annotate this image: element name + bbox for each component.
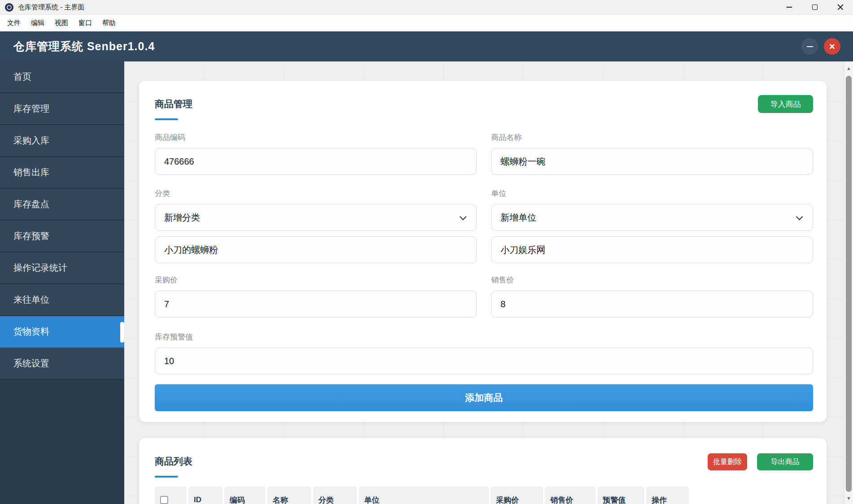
close-icon: [837, 4, 844, 10]
app-header-controls: ×: [801, 38, 840, 55]
product-code-label: 商品编码: [155, 133, 477, 142]
import-products-button[interactable]: 导入商品: [758, 95, 813, 113]
title-underline: [155, 476, 178, 478]
card-title-product-list: 商品列表: [155, 455, 192, 468]
sidebar: 首页 库存管理 采购入库 销售出库 库存盘点 库存预警 操作记录统计 来往单位 …: [0, 61, 124, 504]
add-product-button[interactable]: 添加商品: [155, 384, 813, 411]
header-cell-unit: 单位: [359, 487, 489, 504]
sidebar-item-home[interactable]: 首页: [0, 61, 124, 93]
field-category: 分类 新增分类: [155, 189, 477, 263]
purchase-price-label: 采购价: [155, 275, 477, 285]
header-cell-purchase-price: 采购价: [491, 487, 543, 504]
category-label: 分类: [155, 189, 477, 198]
header-cell-checkbox: [155, 487, 187, 504]
scroll-up-arrow-icon[interactable]: ▲: [844, 65, 853, 71]
scroll-down-arrow-icon[interactable]: ▼: [844, 495, 853, 501]
purchase-price-input[interactable]: [155, 291, 477, 317]
header-cell-code: 编码: [224, 487, 265, 504]
header-cell-id: ID: [188, 487, 222, 504]
category-custom-input[interactable]: [155, 236, 477, 263]
window-minimize-button[interactable]: [776, 0, 802, 14]
chevron-down-icon: [460, 213, 467, 221]
field-product-code: 商品编码: [155, 133, 477, 175]
menu-help[interactable]: 帮助: [100, 17, 118, 29]
app-minimize-button[interactable]: [801, 38, 818, 55]
stock-warning-label: 库存预警值: [155, 332, 813, 342]
product-name-label: 商品名称: [491, 133, 813, 142]
unit-label: 单位: [491, 189, 813, 198]
minimize-icon: [787, 7, 792, 8]
field-sale-price: 销售价: [491, 275, 813, 317]
product-list-card: 商品列表 批量删除 导出商品 ID 编码 名称 分类 单位 采购价 销售价 预警…: [139, 438, 827, 504]
header-cell-name: 名称: [267, 487, 311, 504]
unit-selected-value: 新增单位: [500, 212, 536, 224]
select-all-checkbox[interactable]: [160, 496, 168, 504]
batch-delete-button[interactable]: 批量删除: [708, 453, 747, 470]
sale-price-label: 销售价: [491, 275, 813, 285]
sidebar-item-inventory[interactable]: 库存管理: [0, 93, 124, 125]
sidebar-item-settings[interactable]: 系统设置: [0, 348, 124, 380]
sidebar-item-sales-out[interactable]: 销售出库: [0, 157, 124, 189]
product-code-input[interactable]: [155, 148, 477, 175]
header-cell-actions: 操作: [646, 487, 689, 504]
sidebar-item-goods-data[interactable]: 货物资料: [0, 316, 124, 348]
unit-select[interactable]: 新增单位: [491, 204, 813, 231]
maximize-icon: [812, 4, 818, 10]
window-close-button[interactable]: [827, 0, 853, 14]
window-title: 仓库管理系统 - 主界面: [18, 3, 84, 12]
app-window: 仓库管理系统 - 主界面 文件 编辑 视图 窗口 帮助 仓库管理系统 Senbe…: [0, 0, 853, 504]
product-table-header: ID 编码 名称 分类 单位 采购价 销售价 预警值 操作: [155, 487, 689, 504]
header-cell-category: 分类: [313, 487, 357, 504]
window-controls: [776, 0, 853, 14]
app-icon: [5, 3, 13, 12]
main-content: 商品管理 导入商品 商品编码 商品名称 分类 新增分类 单位: [124, 61, 853, 504]
export-products-button[interactable]: 导出商品: [757, 453, 813, 470]
main-scrollbar-thumb[interactable]: [846, 76, 852, 492]
menu-window[interactable]: 窗口: [77, 17, 94, 29]
window-maximize-button[interactable]: [802, 0, 827, 14]
sidebar-item-operation-log[interactable]: 操作记录统计: [0, 252, 124, 284]
app-close-button[interactable]: ×: [824, 38, 840, 55]
field-product-name: 商品名称: [491, 133, 813, 175]
card-title-product-management: 商品管理: [155, 98, 192, 110]
os-titlebar: 仓库管理系统 - 主界面: [0, 0, 853, 15]
menu-view[interactable]: 视图: [53, 17, 70, 29]
header-cell-sale-price: 销售价: [545, 487, 596, 504]
minimize-icon: [807, 46, 813, 47]
product-name-input[interactable]: [491, 148, 813, 175]
sidebar-scrollbar-thumb[interactable]: [120, 322, 124, 343]
sidebar-item-partners[interactable]: 来往单位: [0, 284, 124, 316]
sidebar-item-purchase-in[interactable]: 采购入库: [0, 125, 124, 157]
field-stock-warning: 库存预警值: [155, 332, 813, 374]
menu-file[interactable]: 文件: [5, 17, 22, 29]
app-title: 仓库管理系统 Senber1.0.4: [13, 39, 155, 54]
category-selected-value: 新增分类: [164, 212, 200, 224]
header-cell-warning: 预警值: [597, 487, 644, 504]
sidebar-item-stock-warning[interactable]: 库存预警: [0, 221, 124, 252]
stock-warning-input[interactable]: [155, 348, 813, 374]
product-management-card: 商品管理 导入商品 商品编码 商品名称 分类 新增分类 单位: [139, 81, 827, 422]
category-select[interactable]: 新增分类: [155, 204, 477, 231]
field-purchase-price: 采购价: [155, 275, 477, 317]
chevron-down-icon: [796, 213, 803, 221]
menu-edit[interactable]: 编辑: [29, 17, 46, 29]
title-underline: [155, 118, 178, 120]
sale-price-input[interactable]: [491, 291, 813, 317]
app-header: 仓库管理系统 Senber1.0.4 ×: [0, 31, 853, 61]
field-unit: 单位 新增单位: [491, 189, 813, 263]
unit-custom-input[interactable]: [491, 236, 813, 263]
menu-bar: 文件 编辑 视图 窗口 帮助: [0, 15, 853, 31]
sidebar-item-stocktaking[interactable]: 库存盘点: [0, 189, 124, 221]
main-scrollbar[interactable]: ▲ ▼: [844, 61, 853, 504]
